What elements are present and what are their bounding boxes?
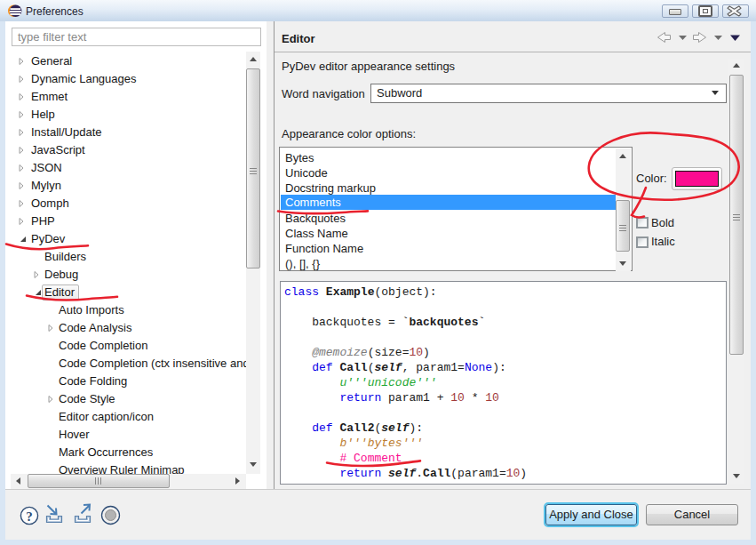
svg-text:?: ? — [26, 509, 33, 524]
